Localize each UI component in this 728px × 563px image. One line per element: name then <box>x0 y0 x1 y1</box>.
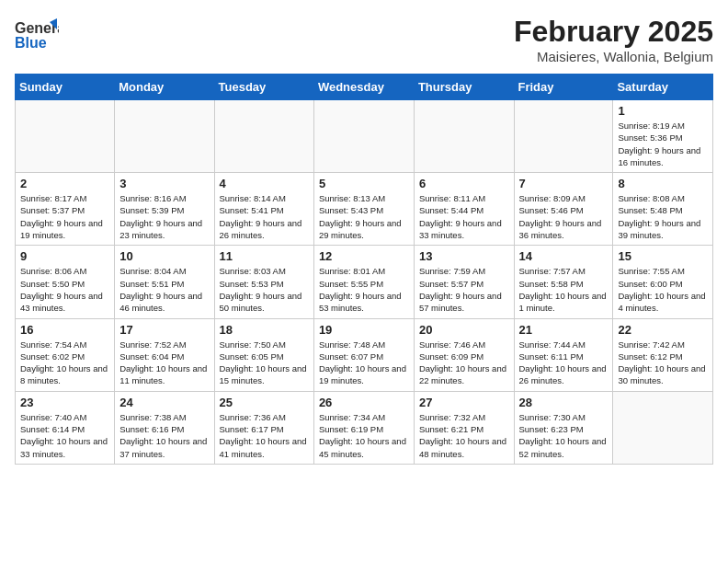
day-info: Sunrise: 8:16 AM Sunset: 5:39 PM Dayligh… <box>119 192 209 241</box>
logo-icon: General Blue <box>15 17 59 57</box>
calendar-day-cell: 28Sunrise: 7:30 AM Sunset: 6:23 PM Dayli… <box>514 391 613 464</box>
calendar-week-row: 9Sunrise: 8:06 AM Sunset: 5:50 PM Daylig… <box>16 246 713 318</box>
day-header-sunday: Sunday <box>16 75 115 100</box>
day-info: Sunrise: 8:09 AM Sunset: 5:46 PM Dayligh… <box>519 192 609 241</box>
calendar-day-cell: 14Sunrise: 7:57 AM Sunset: 5:58 PM Dayli… <box>514 246 613 318</box>
calendar-week-row: 1Sunrise: 8:19 AM Sunset: 5:36 PM Daylig… <box>16 100 713 173</box>
day-header-saturday: Saturday <box>613 75 713 100</box>
day-number: 9 <box>20 249 109 263</box>
calendar-day-cell: 25Sunrise: 7:36 AM Sunset: 6:17 PM Dayli… <box>214 391 313 464</box>
day-info: Sunrise: 7:34 AM Sunset: 6:19 PM Dayligh… <box>319 411 409 460</box>
day-number: 5 <box>319 177 409 190</box>
day-number: 7 <box>519 177 609 190</box>
calendar-week-row: 2Sunrise: 8:17 AM Sunset: 5:37 PM Daylig… <box>16 173 713 246</box>
calendar-day-cell: 4Sunrise: 8:14 AM Sunset: 5:41 PM Daylig… <box>214 173 313 246</box>
day-info: Sunrise: 7:46 AM Sunset: 6:09 PM Dayligh… <box>419 339 509 387</box>
calendar-day-cell <box>514 100 613 173</box>
calendar-day-cell: 11Sunrise: 8:03 AM Sunset: 5:53 PM Dayli… <box>214 246 313 318</box>
day-number: 13 <box>419 249 509 263</box>
day-number: 19 <box>319 323 409 337</box>
day-info: Sunrise: 8:06 AM Sunset: 5:50 PM Dayligh… <box>20 265 109 314</box>
calendar-day-cell: 24Sunrise: 7:38 AM Sunset: 6:16 PM Dayli… <box>115 391 214 464</box>
calendar-day-cell <box>16 100 115 173</box>
day-info: Sunrise: 8:19 AM Sunset: 5:36 PM Dayligh… <box>618 120 708 168</box>
day-number: 23 <box>20 396 109 409</box>
calendar-day-cell: 22Sunrise: 7:42 AM Sunset: 6:12 PM Dayli… <box>613 318 713 391</box>
day-number: 11 <box>220 249 309 263</box>
day-number: 26 <box>319 396 409 409</box>
day-info: Sunrise: 7:55 AM Sunset: 6:00 PM Dayligh… <box>618 265 708 314</box>
day-info: Sunrise: 8:04 AM Sunset: 5:51 PM Dayligh… <box>119 265 209 314</box>
day-number: 12 <box>319 249 409 263</box>
day-number: 16 <box>20 323 109 337</box>
calendar-day-cell: 1Sunrise: 8:19 AM Sunset: 5:36 PM Daylig… <box>613 100 713 173</box>
day-info: Sunrise: 8:03 AM Sunset: 5:53 PM Dayligh… <box>220 265 309 314</box>
calendar-day-cell: 12Sunrise: 8:01 AM Sunset: 5:55 PM Dayli… <box>313 246 414 318</box>
day-info: Sunrise: 7:40 AM Sunset: 6:14 PM Dayligh… <box>20 411 109 460</box>
day-info: Sunrise: 7:54 AM Sunset: 6:02 PM Dayligh… <box>20 339 109 387</box>
day-info: Sunrise: 7:36 AM Sunset: 6:17 PM Dayligh… <box>220 411 309 460</box>
day-number: 18 <box>220 323 309 337</box>
day-info: Sunrise: 8:01 AM Sunset: 5:55 PM Dayligh… <box>319 265 409 314</box>
day-info: Sunrise: 7:59 AM Sunset: 5:57 PM Dayligh… <box>419 265 509 314</box>
calendar-day-cell <box>613 391 713 464</box>
calendar-day-cell: 21Sunrise: 7:44 AM Sunset: 6:11 PM Dayli… <box>514 318 613 391</box>
day-number: 24 <box>119 396 209 409</box>
day-number: 27 <box>419 396 509 409</box>
day-number: 21 <box>519 323 609 337</box>
day-number: 22 <box>618 323 708 337</box>
calendar-day-cell <box>115 100 214 173</box>
day-info: Sunrise: 7:30 AM Sunset: 6:23 PM Dayligh… <box>519 411 609 460</box>
calendar-day-cell: 27Sunrise: 7:32 AM Sunset: 6:21 PM Dayli… <box>414 391 514 464</box>
day-info: Sunrise: 7:48 AM Sunset: 6:07 PM Dayligh… <box>319 339 409 387</box>
calendar-day-cell <box>414 100 514 173</box>
day-header-friday: Friday <box>514 75 613 100</box>
calendar-day-cell: 10Sunrise: 8:04 AM Sunset: 5:51 PM Dayli… <box>115 246 214 318</box>
calendar-day-cell <box>214 100 313 173</box>
calendar-day-cell: 16Sunrise: 7:54 AM Sunset: 6:02 PM Dayli… <box>16 318 115 391</box>
day-header-thursday: Thursday <box>414 75 514 100</box>
day-header-tuesday: Tuesday <box>214 75 313 100</box>
calendar-day-cell: 9Sunrise: 8:06 AM Sunset: 5:50 PM Daylig… <box>16 246 115 318</box>
day-header-monday: Monday <box>115 75 214 100</box>
day-number: 8 <box>618 177 708 190</box>
calendar-day-cell: 6Sunrise: 8:11 AM Sunset: 5:44 PM Daylig… <box>414 173 514 246</box>
day-info: Sunrise: 8:17 AM Sunset: 5:37 PM Dayligh… <box>20 192 109 241</box>
calendar-day-cell: 19Sunrise: 7:48 AM Sunset: 6:07 PM Dayli… <box>313 318 414 391</box>
calendar-day-cell <box>313 100 414 173</box>
month-title: February 2025 <box>514 15 713 49</box>
day-number: 28 <box>519 396 609 409</box>
day-info: Sunrise: 7:52 AM Sunset: 6:04 PM Dayligh… <box>119 339 209 387</box>
day-number: 17 <box>119 323 209 337</box>
calendar-day-cell: 15Sunrise: 7:55 AM Sunset: 6:00 PM Dayli… <box>613 246 713 318</box>
day-number: 25 <box>220 396 309 409</box>
day-number: 2 <box>20 177 109 190</box>
svg-text:Blue: Blue <box>15 35 47 51</box>
calendar-day-cell: 2Sunrise: 8:17 AM Sunset: 5:37 PM Daylig… <box>16 173 115 246</box>
day-info: Sunrise: 7:38 AM Sunset: 6:16 PM Dayligh… <box>119 411 209 460</box>
day-info: Sunrise: 8:08 AM Sunset: 5:48 PM Dayligh… <box>618 192 708 241</box>
day-info: Sunrise: 7:57 AM Sunset: 5:58 PM Dayligh… <box>519 265 609 314</box>
day-header-wednesday: Wednesday <box>313 75 414 100</box>
calendar-day-cell: 26Sunrise: 7:34 AM Sunset: 6:19 PM Dayli… <box>313 391 414 464</box>
day-info: Sunrise: 8:11 AM Sunset: 5:44 PM Dayligh… <box>419 192 509 241</box>
calendar-header-row: SundayMondayTuesdayWednesdayThursdayFrid… <box>16 75 713 100</box>
calendar-day-cell: 23Sunrise: 7:40 AM Sunset: 6:14 PM Dayli… <box>16 391 115 464</box>
calendar-day-cell: 7Sunrise: 8:09 AM Sunset: 5:46 PM Daylig… <box>514 173 613 246</box>
day-number: 10 <box>119 249 209 263</box>
day-info: Sunrise: 7:50 AM Sunset: 6:05 PM Dayligh… <box>220 339 309 387</box>
day-info: Sunrise: 7:32 AM Sunset: 6:21 PM Dayligh… <box>419 411 509 460</box>
day-number: 3 <box>119 177 209 190</box>
day-number: 15 <box>618 249 708 263</box>
day-number: 14 <box>519 249 609 263</box>
day-info: Sunrise: 7:44 AM Sunset: 6:11 PM Dayligh… <box>519 339 609 387</box>
day-info: Sunrise: 7:42 AM Sunset: 6:12 PM Dayligh… <box>618 339 708 387</box>
calendar-day-cell: 17Sunrise: 7:52 AM Sunset: 6:04 PM Dayli… <box>115 318 214 391</box>
day-number: 6 <box>419 177 509 190</box>
title-block: February 2025 Maisieres, Wallonia, Belgi… <box>514 15 713 64</box>
day-number: 20 <box>419 323 509 337</box>
calendar-day-cell: 3Sunrise: 8:16 AM Sunset: 5:39 PM Daylig… <box>115 173 214 246</box>
calendar-day-cell: 13Sunrise: 7:59 AM Sunset: 5:57 PM Dayli… <box>414 246 514 318</box>
day-number: 1 <box>618 104 708 118</box>
location-subtitle: Maisieres, Wallonia, Belgium <box>514 49 713 64</box>
